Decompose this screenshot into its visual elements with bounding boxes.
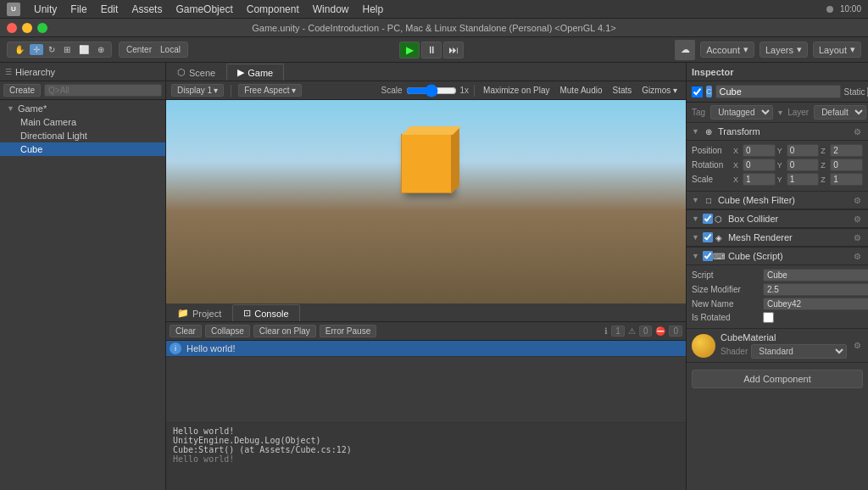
account-dropdown[interactable]: Account▾ bbox=[700, 42, 754, 58]
mute-audio[interactable]: Mute Audio bbox=[556, 85, 605, 96]
box-collider-header[interactable]: ▼ ⬡ Box Collider ⚙ bbox=[687, 210, 868, 228]
menu-gameobject[interactable]: GameObject bbox=[175, 3, 232, 15]
shader-dropdown[interactable]: Standard bbox=[751, 344, 847, 359]
chevron-down-icon: ▾ bbox=[673, 86, 677, 95]
layout-dropdown[interactable]: Layout▾ bbox=[813, 42, 861, 58]
size-modifier-input[interactable] bbox=[763, 283, 868, 296]
scale-z-input[interactable] bbox=[830, 173, 863, 186]
position-z-field: Z bbox=[821, 144, 863, 157]
console-tab-label: Console bbox=[254, 309, 288, 319]
transform-header[interactable]: ▼ ⊕ Transform ⚙ bbox=[687, 123, 868, 141]
menu-assets[interactable]: Assets bbox=[131, 3, 162, 15]
boxcollider-settings-btn[interactable]: ⚙ bbox=[852, 214, 863, 224]
pivot-button[interactable]: Center bbox=[123, 44, 155, 55]
rect-tool[interactable]: ⬜ bbox=[75, 44, 92, 55]
menu-component[interactable]: Component bbox=[247, 3, 299, 15]
position-x-field: X bbox=[733, 144, 776, 157]
scale-slider[interactable] bbox=[406, 84, 457, 97]
transform-settings-btn[interactable]: ⚙ bbox=[852, 127, 863, 136]
hierarchy-item-directionallight[interactable]: Directional Light bbox=[0, 129, 165, 142]
mesh-filter-header[interactable]: ▼ □ Cube (Mesh Filter) ⚙ bbox=[687, 192, 868, 209]
rotation-z-input[interactable] bbox=[830, 159, 863, 171]
cube-script-icon: ⌨ bbox=[713, 250, 725, 262]
play-button[interactable]: ▶ bbox=[399, 42, 420, 58]
pause-button[interactable]: ⏸ bbox=[421, 42, 442, 58]
box-collider-toggle[interactable] bbox=[703, 214, 713, 224]
hierarchy-item-cube[interactable]: Cube bbox=[0, 142, 165, 156]
script-field-label: Script bbox=[692, 270, 760, 280]
script-field-input[interactable] bbox=[763, 269, 868, 281]
create-button[interactable]: Create bbox=[3, 84, 41, 97]
cube-script-toggle[interactable] bbox=[703, 251, 713, 261]
hand-tool[interactable]: ✋ bbox=[11, 44, 28, 55]
tab-game[interactable]: ▶ Game bbox=[226, 64, 284, 81]
mesh-renderer-header[interactable]: ▼ ◈ Mesh Renderer ⚙ bbox=[687, 229, 868, 247]
tab-console[interactable]: ⊡ Console bbox=[232, 304, 299, 321]
hierarchy-item-game[interactable]: ▼ Game* bbox=[0, 102, 165, 115]
rotation-x-input[interactable] bbox=[743, 159, 776, 171]
error-pause-button[interactable]: Error Pause bbox=[320, 325, 376, 337]
console-item[interactable]: i Hello world! bbox=[166, 341, 686, 357]
position-x-input[interactable] bbox=[743, 144, 776, 157]
display-dropdown[interactable]: Display 1 ▾ bbox=[171, 84, 224, 97]
position-z-input[interactable] bbox=[830, 144, 863, 157]
inspector-title: Inspector bbox=[692, 67, 734, 77]
rotation-y-input[interactable] bbox=[787, 159, 820, 171]
maximize-on-play[interactable]: Maximize on Play bbox=[480, 85, 553, 96]
is-rotated-checkbox[interactable] bbox=[763, 312, 774, 323]
aspect-dropdown[interactable]: Free Aspect ▾ bbox=[238, 84, 301, 97]
meshfilter-settings-btn[interactable]: ⚙ bbox=[852, 196, 863, 205]
hierarchy-item-maincamera[interactable]: Main Camera bbox=[0, 115, 165, 129]
new-name-input[interactable] bbox=[763, 298, 868, 310]
layer-dropdown[interactable]: Default bbox=[814, 105, 866, 120]
object-name-input[interactable] bbox=[715, 85, 841, 98]
combo-tool[interactable]: ⊕ bbox=[94, 44, 108, 55]
hierarchy-title: Hierarchy bbox=[15, 67, 55, 77]
cube-script-header[interactable]: ▼ ⌨ Cube (Script) ⚙ bbox=[687, 248, 868, 265]
scale-y-input[interactable] bbox=[787, 173, 820, 186]
mesh-renderer-title: Mesh Renderer bbox=[728, 232, 852, 242]
space-button[interactable]: Local bbox=[157, 44, 184, 55]
rotate-tool[interactable]: ↻ bbox=[45, 44, 58, 55]
maximize-button[interactable] bbox=[37, 23, 47, 33]
clear-on-play-button[interactable]: Clear on Play bbox=[253, 325, 316, 337]
close-button[interactable] bbox=[7, 23, 17, 33]
object-active-toggle[interactable] bbox=[692, 86, 703, 97]
toolbar-right: ☁ Account▾ Layers▾ Layout▾ bbox=[675, 40, 861, 60]
scale-tool[interactable]: ⊞ bbox=[60, 44, 74, 55]
console-detail: Hello world! UnityEngine.Debug.Log(Objec… bbox=[166, 422, 686, 490]
move-tool[interactable]: ✛ bbox=[30, 44, 43, 55]
material-settings-btn[interactable]: ⚙ bbox=[852, 341, 863, 350]
game-viewport[interactable] bbox=[166, 100, 686, 303]
scale-x-input[interactable] bbox=[743, 173, 776, 186]
tab-scene[interactable]: ⬡ Scene bbox=[166, 64, 226, 81]
hierarchy-toolbar: Create bbox=[0, 81, 165, 100]
position-y-input[interactable] bbox=[787, 144, 820, 157]
menu-edit[interactable]: Edit bbox=[101, 3, 119, 15]
tab-project[interactable]: 📁 Project bbox=[166, 304, 232, 321]
minimize-button[interactable] bbox=[22, 23, 32, 33]
y-label: Y bbox=[777, 161, 786, 170]
expand-icon: ▼ bbox=[692, 127, 699, 136]
menu-window[interactable]: Window bbox=[313, 3, 349, 15]
pivot-group: Center Local bbox=[119, 42, 188, 58]
cubescript-settings-btn[interactable]: ⚙ bbox=[852, 252, 863, 261]
mesh-renderer-toggle[interactable] bbox=[703, 232, 713, 242]
add-component-button[interactable]: Add Component bbox=[692, 370, 863, 388]
menu-file[interactable]: File bbox=[70, 3, 86, 15]
cloud-icon[interactable]: ☁ bbox=[675, 40, 695, 60]
menu-unity[interactable]: Unity bbox=[34, 3, 57, 15]
hierarchy-search[interactable] bbox=[44, 84, 162, 97]
step-button[interactable]: ⏭ bbox=[443, 42, 464, 58]
title-bar: Game.unity - CodeIntroduction - PC, Mac … bbox=[0, 19, 868, 37]
gizmos-button[interactable]: Gizmos ▾ bbox=[638, 85, 681, 96]
is-rotated-row: Is Rotated bbox=[692, 312, 863, 323]
meshrenderer-settings-btn[interactable]: ⚙ bbox=[852, 233, 863, 242]
menu-help[interactable]: Help bbox=[362, 3, 383, 15]
collapse-button[interactable]: Collapse bbox=[205, 325, 250, 337]
layers-dropdown[interactable]: Layers▾ bbox=[760, 42, 808, 58]
hierarchy-icon: ☰ bbox=[5, 68, 12, 76]
tag-dropdown[interactable]: Untagged bbox=[710, 105, 773, 120]
stats-button[interactable]: Stats bbox=[609, 85, 636, 96]
clear-button[interactable]: Clear bbox=[170, 325, 202, 337]
